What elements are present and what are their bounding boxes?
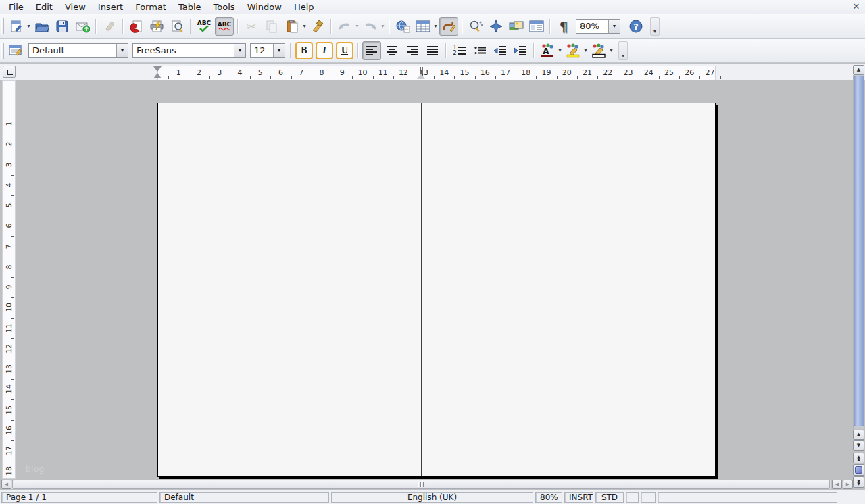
open-button[interactable]: [32, 17, 51, 36]
menu-format[interactable]: Format: [129, 1, 172, 14]
toolbar-overflow-button[interactable]: ▾: [618, 41, 628, 60]
vertical-scrollbar-thumb[interactable]: [854, 76, 864, 426]
show-draw-functions-button[interactable]: [439, 17, 458, 36]
scroll-down-button[interactable]: ▼: [853, 440, 864, 451]
font-dropdown-icon[interactable]: ▾: [234, 44, 245, 57]
previous-page-button[interactable]: ▲▲: [853, 453, 864, 463]
size-dropdown-icon[interactable]: ▾: [273, 44, 285, 57]
status-zoom[interactable]: 80%: [535, 492, 562, 503]
paragraph-style-value[interactable]: Default: [29, 45, 116, 55]
font-size-value[interactable]: 12: [251, 45, 273, 55]
zoom-combobox[interactable]: 80% ▾: [576, 19, 620, 34]
menu-edit[interactable]: Edit: [30, 1, 59, 14]
tab-type-selector-button[interactable]: [3, 66, 16, 78]
status-hyperlink-mode[interactable]: [626, 492, 639, 503]
gallery-button[interactable]: [507, 17, 526, 36]
menu-help[interactable]: Help: [288, 1, 320, 14]
new-document-dropdown-icon[interactable]: ▾: [26, 23, 32, 29]
toolbar-grip[interactable]: [1, 18, 4, 34]
hyperlink-button[interactable]: [393, 17, 412, 36]
save-button[interactable]: [53, 17, 72, 36]
next-page-button[interactable]: ▼▼: [853, 476, 864, 488]
autospellcheck-button[interactable]: ABC: [215, 17, 234, 36]
navigation-button[interactable]: [853, 464, 864, 476]
spellcheck-button[interactable]: ABC: [195, 17, 214, 36]
font-color-dropdown-icon[interactable]: ▾: [557, 47, 563, 53]
justify-button[interactable]: [423, 41, 442, 60]
font-name-value[interactable]: FreeSans: [133, 45, 234, 55]
paste-dropdown-icon[interactable]: ▾: [301, 23, 307, 29]
page-preview-button[interactable]: [168, 17, 187, 36]
scroll-right-button[interactable]: ▶: [843, 480, 853, 489]
document-page[interactable]: [157, 103, 716, 477]
email-document-button[interactable]: [73, 17, 92, 36]
status-insert-mode[interactable]: INSRT: [564, 492, 593, 503]
bullet-list-button[interactable]: [470, 41, 489, 60]
scroll-up-button[interactable]: ▲: [853, 65, 864, 75]
undo-dropdown-icon[interactable]: ▾: [354, 23, 360, 29]
scroll-left-button-secondary[interactable]: ◀: [832, 480, 842, 489]
close-icon[interactable]: ✕: [850, 1, 862, 12]
right-indent-marker[interactable]: [417, 74, 425, 79]
decrease-indent-button[interactable]: [491, 41, 510, 60]
format-paintbrush-button[interactable]: [308, 17, 327, 36]
redo-button[interactable]: [361, 17, 380, 36]
font-size-combobox[interactable]: 12 ▾: [250, 43, 285, 58]
nonprinting-characters-button[interactable]: ¶: [554, 17, 573, 36]
menu-insert[interactable]: Insert: [92, 1, 129, 14]
styles-formatting-button[interactable]: [7, 41, 26, 60]
insert-table-button[interactable]: [414, 17, 432, 36]
style-dropdown-icon[interactable]: ▾: [116, 44, 128, 57]
menu-table[interactable]: Table: [172, 1, 207, 14]
edit-file-button[interactable]: [100, 17, 119, 36]
cut-button[interactable]: ✂: [242, 17, 261, 36]
font-name-combobox[interactable]: FreeSans ▾: [132, 43, 246, 58]
zoom-dropdown-icon[interactable]: ▾: [608, 20, 620, 33]
data-sources-button[interactable]: [527, 17, 546, 36]
status-selection-mode[interactable]: STD: [595, 492, 624, 503]
align-center-button[interactable]: [382, 41, 401, 60]
status-page-style[interactable]: Default: [159, 492, 329, 503]
document-workspace[interactable]: 123456789101112131415161718 blog: [0, 80, 853, 480]
bold-button[interactable]: B: [295, 41, 314, 60]
align-right-button[interactable]: [403, 41, 422, 60]
underline-button[interactable]: U: [335, 41, 354, 60]
font-color-button[interactable]: A: [538, 41, 557, 60]
toolbar-grip[interactable]: [1, 43, 4, 59]
paste-button[interactable]: [282, 17, 301, 36]
menu-file[interactable]: File: [3, 1, 30, 14]
menu-tools[interactable]: Tools: [207, 1, 241, 14]
background-color-dropdown-icon[interactable]: ▾: [608, 47, 614, 53]
horizontal-scrollbar-track[interactable]: [11, 480, 831, 489]
menu-view[interactable]: View: [59, 1, 92, 14]
status-modified-flag[interactable]: [641, 492, 656, 503]
status-language[interactable]: English (UK): [331, 492, 533, 503]
navigator-button[interactable]: [487, 17, 505, 36]
toolbar-overflow-button[interactable]: ▾: [650, 17, 660, 36]
export-pdf-button[interactable]: [127, 17, 146, 36]
scroll-up-button-secondary[interactable]: ▲: [853, 430, 864, 440]
scroll-left-button[interactable]: ◀: [1, 480, 11, 489]
menu-window[interactable]: Window: [241, 1, 288, 14]
left-indent-marker[interactable]: [153, 73, 162, 78]
print-button[interactable]: [147, 17, 166, 36]
copy-button[interactable]: [262, 17, 281, 36]
numbered-list-button[interactable]: 1 2: [450, 41, 469, 60]
help-button[interactable]: ?: [626, 17, 645, 36]
background-color-button[interactable]: [589, 41, 608, 60]
new-document-button[interactable]: [7, 17, 26, 36]
status-page-number[interactable]: Page 1 / 1: [1, 492, 157, 503]
table-dropdown-icon[interactable]: ▾: [432, 23, 439, 29]
paragraph-style-combobox[interactable]: Default ▾: [28, 43, 128, 58]
highlighting-dropdown-icon[interactable]: ▾: [583, 47, 589, 53]
italic-button[interactable]: I: [315, 41, 334, 60]
undo-button[interactable]: [335, 17, 354, 36]
find-replace-button[interactable]: [466, 17, 485, 36]
increase-indent-button[interactable]: [511, 41, 530, 60]
highlighting-button[interactable]: [564, 41, 583, 60]
redo-dropdown-icon[interactable]: ▾: [380, 23, 386, 29]
zoom-value[interactable]: 80%: [576, 21, 608, 31]
first-line-indent-marker[interactable]: [153, 66, 162, 72]
vertical-scrollbar-track[interactable]: [853, 75, 864, 429]
horizontal-scrollbar-thumb[interactable]: [12, 480, 830, 489]
